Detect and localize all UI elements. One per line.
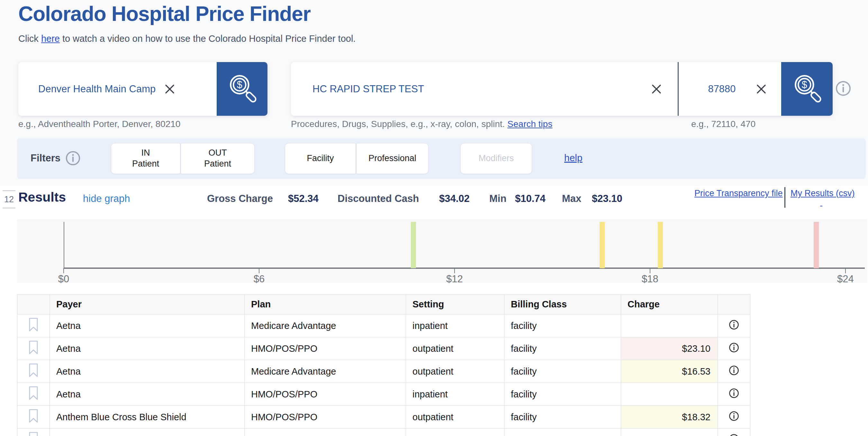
clear-code-icon[interactable] [755,83,767,95]
cell-payer: Anthem Blue Cross Blue Shield [50,406,245,429]
graph-x-axis [64,268,865,269]
hide-graph-link[interactable]: hide graph [83,193,130,205]
gross-charge-value: $52.34 [288,193,318,205]
cell-billing-class: facility [504,337,621,360]
code-search-value: 87880 [688,83,755,95]
filter-facility[interactable]: Facility [285,143,356,174]
bookmark-icon[interactable] [28,386,38,401]
max-value: $23.10 [592,193,622,205]
row-info-icon[interactable] [729,342,739,353]
cell-setting: outpatient [406,337,504,360]
price-transparency-link[interactable]: Price Transparency file [694,188,783,198]
service-search-value: HC RAPID STREP TEST [312,83,651,95]
price-bar[interactable] [411,222,416,268]
bookmark-icon[interactable] [28,432,38,436]
links-divider [784,187,785,208]
clear-service-icon[interactable] [651,83,662,95]
cell-setting: inpatient [406,383,504,406]
row-info-icon[interactable] [729,411,739,421]
cell-plan: HMO/POS/PPO [245,337,406,360]
cell-payer: Aetna [50,383,245,406]
cell-payer: Anthem Blue Cross Blue Shield [50,429,245,436]
table-row: Anthem Blue Cross Blue Shield HMO/POS/PP… [18,406,750,429]
cell-charge [621,383,718,406]
intro-text: Click here to watch a video on how to us… [18,33,355,44]
axis-tick-label: $18 [642,273,658,285]
cell-billing-class: facility [504,429,621,436]
service-search-button[interactable]: $ [781,62,833,116]
cell-plan: Medicare Advantage [245,360,406,383]
axis-tick [63,268,64,273]
filter-professional[interactable]: Professional [356,143,429,174]
clear-hospital-icon[interactable] [164,83,176,95]
service-hint: Procedures, Drugs, Supplies, e.g., x-ray… [291,119,552,129]
table-row: Aetna HMO/POS/PPO inpatient facility [18,383,750,406]
header-bookmark [18,294,50,314]
bookmark-icon[interactable] [28,340,38,355]
video-link[interactable]: here [41,33,60,44]
dollar-magnifier-icon: $ [227,73,257,105]
my-results-dash: - [820,200,823,211]
search-info-icon[interactable] [835,81,851,96]
cell-setting: inpatient [406,314,504,337]
page-root: Colorado Hospital Price Finder Click her… [0,0,868,436]
code-search-field[interactable]: 87880 [679,62,781,116]
service-search-field[interactable]: HC RAPID STREP TEST [291,62,678,116]
cell-setting: outpatient [406,360,504,383]
hospital-search-field[interactable]: Denver Health Main Camp [18,62,217,116]
price-bar[interactable] [814,222,819,268]
page-title: Colorado Hospital Price Finder [18,2,355,26]
filter-out-patient[interactable]: OUT Patient [181,143,255,174]
axis-tick [845,268,846,273]
row-info-icon[interactable] [729,365,739,376]
header-plan: Plan [245,294,406,314]
bookmark-icon[interactable] [28,363,38,378]
header-info [718,294,750,314]
help-link[interactable]: help [564,152,583,163]
cell-plan: HMO/POS/PPO [245,429,406,436]
price-bar[interactable] [599,222,605,268]
min-label: Min [489,193,506,205]
search-tips-link[interactable]: Search tips [507,119,552,129]
gross-charge-label: Gross Charge [207,193,273,205]
my-results-link[interactable]: My Results (csv) [790,188,855,198]
intro-suffix: to watch a video on how to use the Color… [60,33,355,44]
axis-tick-label: $6 [254,273,265,285]
filters-bar: Filters IN Patient OUT Patient Facility … [17,138,866,179]
discounted-cash-label: Discounted Cash [338,193,419,205]
row-info-icon[interactable] [729,320,739,330]
svg-text:$: $ [802,79,807,90]
price-graph: $0$6$12$18$24 [17,219,867,283]
filter-out-patient-line1: OUT [209,148,227,158]
cell-plan: HMO/POS/PPO [245,383,406,406]
header-charge: Charge [621,294,718,314]
filter-in-patient[interactable]: IN Patient [111,143,180,174]
header-billing-class: Billing Class [504,294,621,314]
cell-billing-class: facility [504,360,621,383]
hospital-hint: e.g., Adventhealth Porter, Denver, 80210 [18,119,180,129]
code-hint: e.g., 72110, 470 [691,119,755,129]
cell-payer: Aetna [50,314,245,337]
bookmark-icon[interactable] [28,409,38,424]
price-bar[interactable] [658,222,663,268]
hospital-search-group: Denver Health Main Camp $ [18,62,268,116]
cell-billing-class: facility [504,314,621,337]
row-info-icon[interactable] [729,434,739,436]
bookmark-icon[interactable] [28,317,38,332]
cell-plan: HMO/POS/PPO [245,406,406,429]
svg-text:$: $ [237,79,242,90]
service-search-box: HC RAPID STREP TEST 87880 [291,62,781,116]
filters-info-icon[interactable] [65,151,81,166]
dollar-magnifier-icon: $ [792,73,823,105]
axis-tick [259,268,259,273]
results-count: 12 [3,190,16,208]
hospital-search-button[interactable]: $ [217,62,268,116]
row-info-icon[interactable] [729,388,739,398]
cell-charge: $16.53 [621,360,718,383]
cell-payer: Aetna [50,360,245,383]
filter-modifiers: Modifiers [460,143,532,174]
min-value: $10.74 [515,193,546,205]
filter-in-patient-line1: IN [142,148,150,158]
cell-payer: Aetna [50,337,245,360]
service-hint-text: Procedures, Drugs, Supplies, e.g., x-ray… [291,119,507,129]
